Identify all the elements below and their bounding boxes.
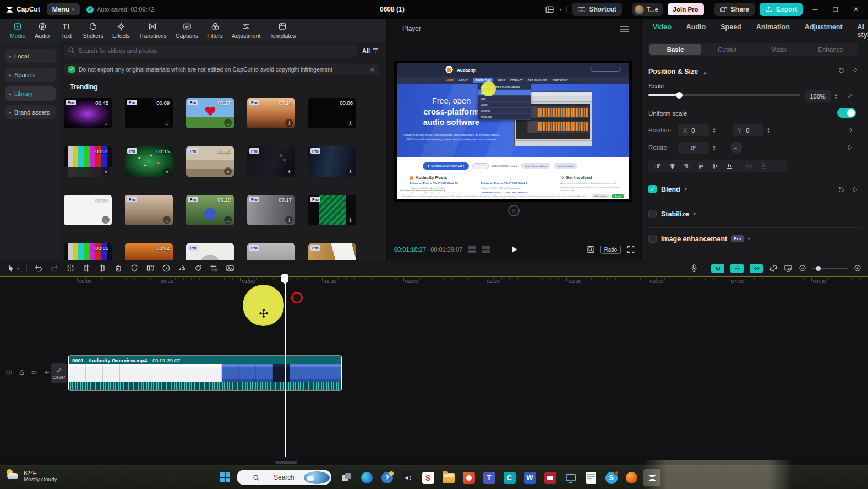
media-thumbnail[interactable]: 00:06 bbox=[308, 98, 356, 128]
taskbar-app-app-cyan[interactable]: C bbox=[501, 469, 518, 486]
blend-keyframe-icon[interactable] bbox=[851, 186, 858, 193]
download-icon[interactable] bbox=[346, 119, 354, 127]
scale-keyframe-icon[interactable] bbox=[847, 93, 853, 99]
playhead-line[interactable] bbox=[285, 276, 286, 457]
blend-reset-icon[interactable] bbox=[838, 186, 845, 193]
media-thumbnail[interactable]: 00:01 bbox=[64, 243, 112, 260]
props-subtab-cutout[interactable]: Cutout bbox=[701, 44, 753, 55]
props-subtab-mask[interactable]: Mask bbox=[753, 44, 805, 55]
weather-widget[interactable]: 62°F Mostly cloudy bbox=[6, 469, 57, 483]
media-search[interactable] bbox=[64, 45, 358, 57]
hide-track-icon[interactable] bbox=[31, 369, 38, 376]
enhance-checkbox[interactable] bbox=[648, 235, 657, 243]
frame-step-icon-2[interactable] bbox=[482, 246, 490, 253]
props-tab-audio[interactable]: Audio bbox=[686, 23, 706, 39]
search-input[interactable] bbox=[64, 45, 358, 57]
taskbar-app-word[interactable]: W bbox=[521, 469, 538, 486]
position-x-field[interactable]: X0 bbox=[678, 124, 709, 136]
fullscreen-icon[interactable] bbox=[626, 245, 635, 254]
position-keyframe-icon[interactable] bbox=[847, 127, 853, 133]
sidebar-item-spaces[interactable]: ▸Spaces bbox=[5, 68, 56, 82]
props-tab-adjustment[interactable]: Adjustment bbox=[805, 23, 843, 39]
rotate-keyframe-icon[interactable] bbox=[847, 144, 853, 151]
media-thumbnail[interactable]: Pro00:10 bbox=[186, 146, 234, 177]
props-tab-animation[interactable]: Animation bbox=[756, 23, 790, 39]
download-icon[interactable] bbox=[163, 167, 171, 175]
align-ch-icon[interactable] bbox=[666, 161, 678, 170]
mask-icon[interactable] bbox=[130, 264, 139, 273]
zoom-in-icon[interactable] bbox=[854, 264, 861, 272]
download-icon[interactable] bbox=[224, 216, 232, 224]
media-thumbnail[interactable]: 00:06 bbox=[64, 195, 112, 225]
taskbar-app-teams[interactable]: T bbox=[481, 469, 498, 486]
align-left-icon[interactable] bbox=[652, 161, 664, 170]
playhead-handle[interactable] bbox=[281, 274, 288, 282]
undo-icon[interactable] bbox=[34, 264, 43, 273]
snap-toggle-icon[interactable] bbox=[730, 264, 744, 273]
taskbar-app-volume[interactable] bbox=[399, 469, 416, 486]
media-tab-adjustment[interactable]: Adjustment bbox=[228, 22, 264, 39]
shortcut-button[interactable]: Shortcut bbox=[572, 3, 621, 16]
cover-button[interactable]: Cover bbox=[51, 363, 67, 383]
taskbar-app-task-view[interactable] bbox=[338, 469, 355, 486]
media-thumbnail[interactable]: Pro bbox=[186, 243, 234, 260]
props-subtab-basic[interactable]: Basic bbox=[649, 44, 701, 55]
reset-icon[interactable] bbox=[838, 67, 845, 73]
layout-icon[interactable] bbox=[545, 5, 554, 14]
media-thumbnail[interactable]: Pro00:17 bbox=[186, 98, 234, 128]
track-type-icon[interactable] bbox=[6, 369, 13, 376]
speed-icon[interactable] bbox=[162, 264, 171, 273]
frame-step-icon[interactable] bbox=[468, 246, 476, 253]
media-thumbnail[interactable]: Pro bbox=[247, 243, 295, 260]
rotate-value[interactable]: 0° bbox=[678, 142, 709, 154]
taskbar-app-app-s[interactable]: S bbox=[419, 469, 436, 486]
media-tab-templates[interactable]: Templates bbox=[266, 22, 299, 39]
media-thumbnail[interactable]: 00:01 bbox=[64, 146, 112, 177]
scale-stepper[interactable]: ▲▼ bbox=[832, 90, 839, 102]
stabilize-checkbox[interactable] bbox=[648, 210, 657, 218]
crop-icon[interactable] bbox=[210, 264, 219, 273]
media-thumbnail[interactable]: Pro00:19 bbox=[186, 195, 234, 225]
rotate-stepper[interactable]: ▲▼ bbox=[711, 142, 718, 154]
taskbar-app-app-orange[interactable] bbox=[623, 469, 640, 486]
share-button[interactable]: Share bbox=[714, 3, 755, 16]
media-filter[interactable]: All bbox=[362, 47, 379, 55]
close-button[interactable]: ✕ bbox=[848, 0, 864, 19]
player-menu-icon[interactable] bbox=[620, 26, 629, 32]
user-account[interactable]: T...e bbox=[632, 3, 663, 16]
taskbar-app-get-help[interactable]: ? bbox=[379, 469, 396, 486]
scale-slider[interactable] bbox=[648, 94, 800, 96]
download-icon[interactable] bbox=[102, 119, 110, 127]
taskbar-app-edge[interactable] bbox=[358, 469, 375, 486]
media-thumbnail[interactable]: Pro bbox=[308, 243, 356, 260]
media-thumbnail[interactable]: Pro bbox=[308, 146, 356, 177]
start-button[interactable] bbox=[218, 470, 232, 485]
link-toggle-icon[interactable] bbox=[750, 264, 763, 273]
align-right-icon[interactable] bbox=[680, 161, 692, 170]
download-icon[interactable] bbox=[285, 216, 293, 224]
media-thumbnail[interactable]: Pro00:09 bbox=[125, 98, 173, 128]
download-icon[interactable] bbox=[224, 167, 232, 175]
blend-checkbox[interactable]: ✓ bbox=[648, 185, 657, 193]
unlink-icon[interactable] bbox=[769, 264, 778, 273]
media-tab-filters[interactable]: Filters bbox=[204, 22, 226, 39]
media-tab-media[interactable]: Media bbox=[7, 22, 29, 39]
download-icon[interactable] bbox=[163, 216, 171, 224]
download-icon[interactable] bbox=[163, 119, 171, 127]
select-caret-icon[interactable]: ▾ bbox=[17, 266, 19, 271]
props-subtab-enhance[interactable]: Enhance bbox=[805, 44, 856, 55]
taskbar-app-file-explorer[interactable] bbox=[440, 469, 457, 486]
taskbar-app-skype[interactable]: S bbox=[603, 469, 620, 486]
timeline[interactable]: 00:0000:3001:0001:3002:0002:3003:0003:30… bbox=[0, 276, 868, 459]
select-tool[interactable]: ▾ bbox=[7, 264, 19, 273]
export-button[interactable]: Export bbox=[760, 3, 803, 16]
rotate-icon[interactable] bbox=[194, 264, 203, 273]
taskbar-app-capcut[interactable] bbox=[643, 469, 660, 486]
align-top-icon[interactable] bbox=[695, 161, 707, 170]
video-preview[interactable]: Audacity. HOMEABOUTDOWNLOADHELPCONTACTGE… bbox=[394, 61, 632, 202]
flip-icon[interactable] bbox=[178, 264, 187, 273]
media-thumbnail[interactable]: Pro00:17 bbox=[247, 195, 295, 225]
media-thumbnail[interactable]: Pro00:15 bbox=[125, 146, 173, 177]
ratio-button[interactable]: Ratio bbox=[600, 246, 621, 254]
media-tab-text[interactable]: TIText bbox=[56, 22, 78, 39]
